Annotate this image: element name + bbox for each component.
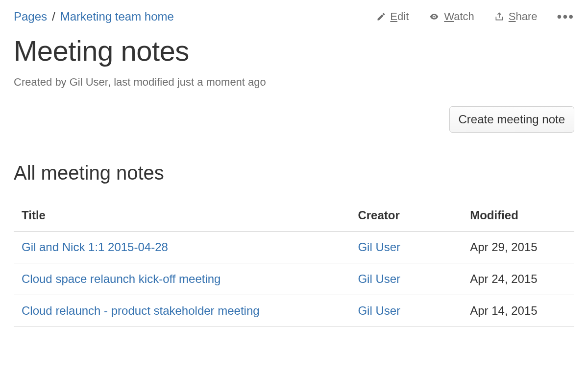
meeting-title-link[interactable]: Cloud relaunch - product stakeholder mee… (22, 304, 260, 317)
page-meta: Created by Gil User, last modified just … (14, 76, 574, 89)
creator-link[interactable]: Gil User (358, 272, 400, 285)
cell-title: Cloud space relaunch kick-off meeting (14, 263, 350, 295)
cell-creator: Gil User (350, 295, 462, 327)
cell-creator: Gil User (350, 263, 462, 295)
watch-label: Watch (444, 10, 474, 23)
cell-modified: Apr 24, 2015 (462, 263, 574, 295)
meeting-notes-table: Title Creator Modified Gil and Nick 1:1 … (14, 202, 574, 327)
eye-icon (428, 12, 440, 22)
table-row: Gil and Nick 1:1 2015-04-28Gil UserApr 2… (14, 232, 574, 263)
page-title: Meeting notes (14, 34, 574, 67)
ellipsis-icon: ••• (557, 10, 574, 23)
share-icon (494, 12, 505, 22)
cell-title: Cloud relaunch - product stakeholder mee… (14, 295, 350, 327)
pencil-icon (376, 12, 386, 22)
section-title: All meeting notes (14, 162, 574, 184)
table-row: Cloud space relaunch kick-off meetingGil… (14, 263, 574, 295)
col-header-creator: Creator (350, 202, 462, 232)
share-label: Share (509, 10, 538, 23)
more-actions[interactable]: ••• (557, 10, 574, 23)
meeting-title-link[interactable]: Cloud space relaunch kick-off meeting (22, 272, 220, 285)
breadcrumb: Pages / Marketing team home (14, 10, 174, 23)
creator-link[interactable]: Gil User (358, 240, 400, 254)
watch-action[interactable]: Watch (428, 10, 474, 23)
breadcrumb-root[interactable]: Pages (14, 10, 47, 23)
share-action[interactable]: Share (494, 10, 538, 23)
col-header-modified: Modified (462, 202, 574, 232)
create-meeting-note-button[interactable]: Create meeting note (449, 106, 574, 133)
breadcrumb-parent[interactable]: Marketing team home (60, 10, 174, 23)
creator-link[interactable]: Gil User (358, 304, 400, 317)
meeting-title-link[interactable]: Gil and Nick 1:1 2015-04-28 (22, 240, 168, 254)
cell-creator: Gil User (350, 232, 462, 263)
table-row: Cloud relaunch - product stakeholder mee… (14, 295, 574, 327)
breadcrumb-separator: / (52, 10, 55, 23)
create-row: Create meeting note (14, 106, 574, 133)
cell-modified: Apr 14, 2015 (462, 295, 574, 327)
cell-modified: Apr 29, 2015 (462, 232, 574, 263)
col-header-title: Title (14, 202, 350, 232)
topbar: Pages / Marketing team home Edit Watch S… (14, 10, 574, 23)
edit-action[interactable]: Edit (376, 10, 409, 23)
page-actions: Edit Watch Share ••• (376, 10, 574, 23)
cell-title: Gil and Nick 1:1 2015-04-28 (14, 232, 350, 263)
edit-label: Edit (390, 10, 409, 23)
